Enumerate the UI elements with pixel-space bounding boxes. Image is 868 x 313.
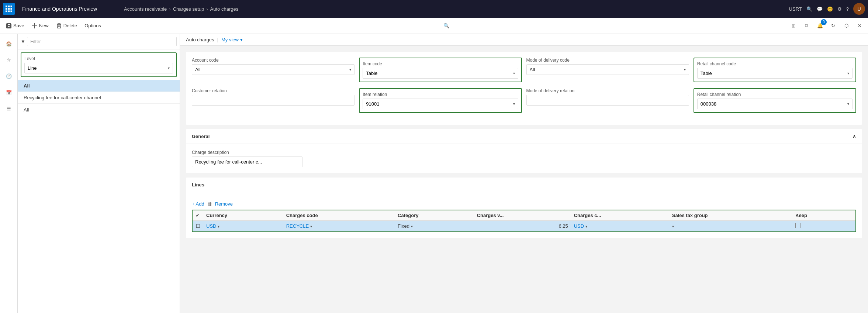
lines-table-header-row: ✓ Currency Charges code Category Charges… [192, 210, 856, 221]
svg-rect-0 [6, 6, 7, 7]
new-icon [32, 23, 38, 29]
open-new-icon[interactable]: ⧉ [802, 21, 812, 31]
charges-currency-chevron[interactable]: ▾ [585, 224, 587, 228]
settings-icon[interactable]: ⚙ [837, 6, 842, 12]
breadcrumb-sep-1: › [169, 6, 170, 12]
row-keep[interactable] [792, 221, 845, 232]
close-icon[interactable]: ✕ [855, 21, 865, 31]
breadcrumb-charges[interactable]: Charges setup [173, 6, 204, 12]
breadcrumb-accounts[interactable]: Accounts receivable [124, 6, 167, 12]
col-keep: Keep [792, 210, 845, 221]
charges-code-chevron[interactable]: ▾ [310, 224, 312, 228]
filter-icon[interactable]: ▼ [21, 39, 25, 44]
charge-desc-field: Charge description Recycling fee for cal… [192, 150, 302, 167]
help-icon[interactable]: ? [846, 6, 849, 12]
form-grid-row1: Account code All ▾ Item code Table ▾ [192, 58, 856, 82]
star-icon[interactable]: ☆ [2, 53, 15, 66]
level-select[interactable]: Line ▾ [24, 63, 173, 73]
item-code-select[interactable]: Table ▾ [363, 68, 518, 79]
new-button[interactable]: New [29, 21, 52, 30]
delete-button[interactable]: Delete [53, 21, 80, 30]
lines-section-header: Lines [186, 178, 862, 192]
options-button[interactable]: Options [82, 21, 104, 30]
charges-currency-value[interactable]: USD [574, 223, 584, 229]
retail-channel-relation-label: Retail channel relation [697, 92, 853, 97]
keep-checkbox[interactable] [795, 223, 800, 228]
refresh-icon[interactable]: ↻ [828, 21, 838, 31]
retail-channel-select[interactable]: Table ▾ [697, 68, 853, 79]
charges-value: 6.25 [559, 223, 568, 229]
retail-channel-relation-chevron: ▾ [847, 102, 849, 106]
sales-tax-chevron[interactable]: ▾ [672, 224, 674, 228]
face-icon[interactable]: 😊 [827, 6, 833, 12]
row-currency: USD ▾ [203, 221, 283, 232]
item-relation-select[interactable]: 91001 ▾ [363, 99, 518, 109]
calendar-icon[interactable]: 📅 [2, 86, 15, 99]
filter-input[interactable] [27, 37, 177, 46]
level-value: Line [28, 65, 37, 71]
view-dropdown[interactable]: My view ▾ [221, 37, 243, 42]
save-button[interactable]: Save [3, 21, 27, 30]
col-charges-currency: Charges c... [571, 210, 669, 221]
personalize-icon[interactable]: ⧖ [788, 21, 799, 31]
lines-table-body: ☐ USD ▾ RECYCLE ▾ Fixed [192, 221, 856, 232]
charge-desc-label: Charge description [192, 150, 302, 155]
row-charges-code: RECYCLE ▾ [283, 221, 395, 232]
list-item-recycling[interactable]: Recycling fee for call-center channel [18, 92, 180, 104]
col-sales-tax: Sales tax group [669, 210, 793, 221]
general-collapse-icon: ∧ [853, 134, 856, 139]
notification-wrapper: 🔔 0 [815, 21, 825, 31]
account-code-select[interactable]: All ▾ [192, 64, 355, 75]
retail-channel-relation-select[interactable]: 000038 ▾ [697, 99, 853, 109]
mode-delivery-label: Mode of delivery code [526, 58, 689, 63]
add-line-button[interactable]: + Add [192, 201, 204, 207]
col-currency: Currency [203, 210, 283, 221]
remove-label: Remove [215, 201, 233, 207]
row-charges-currency: USD ▾ [571, 221, 669, 232]
home-icon[interactable]: 🏠 [2, 37, 15, 50]
delete-label: Delete [63, 23, 77, 28]
lines-toolbar: + Add 🗑 Remove [192, 198, 856, 210]
item-code-label: Item code [363, 61, 518, 66]
search-icon[interactable]: 🔍 [806, 6, 812, 12]
detach-icon[interactable]: ⬡ [841, 21, 852, 31]
currency-value[interactable]: USD [206, 223, 216, 229]
breadcrumb-auto[interactable]: Auto charges [210, 6, 239, 12]
col-charges-code: Charges code [283, 210, 395, 221]
row-category: Fixed ▾ [395, 221, 474, 232]
currency-chevron[interactable]: ▾ [218, 224, 219, 228]
mode-delivery-select[interactable]: All ▾ [526, 64, 689, 75]
clock-icon[interactable]: 🕐 [2, 69, 15, 83]
message-icon[interactable]: 💬 [817, 6, 823, 12]
list-icon[interactable]: ☰ [2, 102, 15, 115]
svg-rect-5 [11, 8, 13, 10]
general-section-header[interactable]: General ∧ [186, 129, 862, 144]
retail-channel-label: Retail channel code [697, 61, 853, 66]
row-check[interactable]: ☐ [192, 221, 203, 232]
svg-rect-3 [6, 8, 7, 10]
charge-desc-value: Recycling fee for call-center c... [195, 159, 262, 165]
user-avatar[interactable]: U [853, 3, 865, 15]
notification-badge: 0 [821, 19, 827, 25]
charges-code-value[interactable]: RECYCLE [286, 223, 309, 229]
toolbar-search-button[interactable]: 🔍 [440, 20, 452, 32]
list-section-label: All [24, 107, 29, 113]
top-nav-bar: Finance and Operations Preview Accounts … [0, 0, 868, 18]
apps-icon[interactable] [3, 3, 15, 15]
auto-charges-label: Auto charges [186, 37, 214, 42]
right-panel: Auto charges | My view ▾ Account code Al… [180, 34, 868, 313]
mode-delivery-relation-select[interactable] [526, 95, 689, 106]
table-row: ☐ USD ▾ RECYCLE ▾ Fixed [192, 221, 856, 232]
remove-line-button[interactable]: 🗑 Remove [207, 201, 233, 207]
list-item-all[interactable]: All [18, 80, 180, 92]
form-section: Account code All ▾ Item code Table ▾ [186, 52, 862, 125]
item-code-chevron: ▾ [513, 71, 515, 75]
header-separator: | [217, 37, 218, 42]
mode-delivery-chevron: ▾ [684, 68, 686, 72]
item-code-field: Item code Table ▾ [359, 58, 522, 82]
category-chevron[interactable]: ▾ [411, 224, 413, 228]
charge-desc-input[interactable]: Recycling fee for call-center c... [192, 156, 302, 167]
level-dropdown-area: Level Line ▾ [21, 52, 177, 77]
customer-relation-select[interactable] [192, 95, 355, 106]
mode-delivery-relation-value [530, 97, 531, 103]
